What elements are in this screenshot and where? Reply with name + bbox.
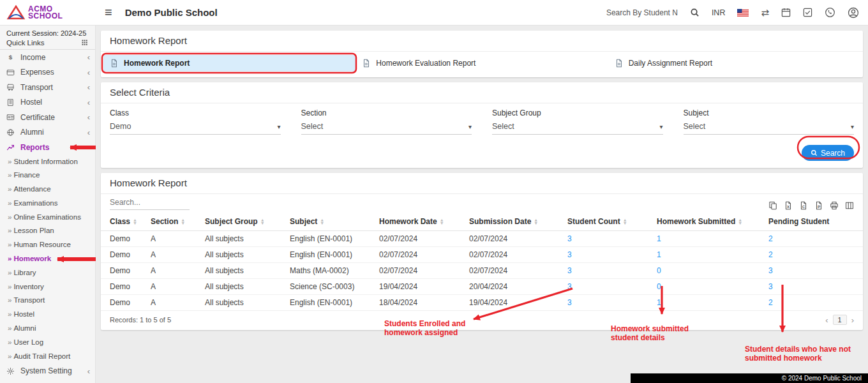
sidebar-item-income[interactable]: $Income‹ <box>0 50 95 65</box>
report-header-card: Homework Report Homework ReportHomework … <box>101 31 863 77</box>
tab-homework-evaluation-report[interactable]: Homework Evaluation Report <box>355 55 608 71</box>
table-cell-student-count[interactable]: 3 <box>562 279 652 295</box>
table-cell-student-count[interactable]: 3 <box>562 247 652 263</box>
search-button[interactable]: Search <box>802 145 854 161</box>
table-cell-pending-student[interactable]: 2 <box>763 231 863 247</box>
table-cell-section: A <box>146 263 200 279</box>
sidebar-subitem-hostel[interactable]: »Hostel <box>0 308 95 322</box>
sidebar-subitem-library[interactable]: »Library <box>0 266 95 280</box>
excel-icon[interactable]: X <box>784 201 793 210</box>
homework-table-body: DemoAAll subjectsEnglish (EN-0001)02/07/… <box>101 231 863 311</box>
search-icon[interactable] <box>690 8 700 17</box>
subject-select[interactable]: Select▾ <box>684 122 855 135</box>
prev-page-button[interactable]: ‹ <box>825 315 828 325</box>
field-label: Subject <box>684 109 855 117</box>
column-header-submission-date[interactable]: Submission Date <box>464 213 562 231</box>
sidebar-subitem-alumni[interactable]: »Alumni <box>0 322 95 336</box>
calendar-icon[interactable] <box>781 8 791 17</box>
sidebar-subitem-examinations[interactable]: »Examinations <box>0 197 95 211</box>
columns-icon[interactable] <box>845 201 854 210</box>
pdf-icon[interactable]: P <box>814 201 823 210</box>
column-header-section[interactable]: Section <box>146 213 200 231</box>
table-cell-student-count[interactable]: 3 <box>562 231 652 247</box>
current-page[interactable]: 1 <box>833 315 847 325</box>
sidebar-subitem-lesson-plan[interactable]: »Lesson Plan <box>0 224 95 238</box>
table-cell-submission-date: 02/07/2024 <box>464 231 562 247</box>
task-check-icon[interactable] <box>803 8 812 17</box>
sidebar-subitem-inventory[interactable]: »Inventory <box>0 280 95 294</box>
file-icon <box>110 59 119 68</box>
column-header-student-count[interactable]: Student Count <box>562 213 652 231</box>
column-header-class[interactable]: Class <box>101 213 146 231</box>
sidebar-item-expenses[interactable]: Expenses‹ <box>0 65 95 80</box>
sort-icon <box>181 219 185 225</box>
sidebar-subitem-student-information[interactable]: »Student Information <box>0 155 95 169</box>
sidebar-item-system-setting[interactable]: System Setting‹ <box>0 363 95 379</box>
column-header-subject-group[interactable]: Subject Group <box>200 213 285 231</box>
sidebar-item-label: Hostel <box>20 98 87 107</box>
table-cell-student-count[interactable]: 3 <box>562 263 652 279</box>
sidebar-item-reports[interactable]: Reports‹ <box>0 140 95 155</box>
print-icon[interactable] <box>830 201 839 210</box>
next-page-button[interactable]: › <box>851 315 854 325</box>
whatsapp-icon[interactable] <box>825 7 835 18</box>
hamburger-menu-icon[interactable]: ≡ <box>105 5 112 20</box>
class-select[interactable]: Demo▾ <box>110 122 281 135</box>
sidebar-item-transport[interactable]: Transport‹ <box>0 80 95 95</box>
report-table-card: Homework Report XCP ClassSectionSubject … <box>101 173 863 330</box>
table-row: DemoAAll subjectsEnglish (EN-0001)18/04/… <box>101 295 863 311</box>
currency-selector[interactable]: INR <box>712 8 726 17</box>
sidebar-subitem-homework[interactable]: »Homework <box>0 252 95 266</box>
profile-avatar-icon[interactable] <box>848 7 859 19</box>
table-cell-homework-submitted[interactable]: 1 <box>652 247 763 263</box>
sidebar-item-certificate[interactable]: Certificate‹ <box>0 110 95 125</box>
gear-icon <box>6 367 16 375</box>
table-row: DemoAAll subjectsEnglish (EN-0001)02/07/… <box>101 247 863 263</box>
sidebar-subitem-transport[interactable]: »Transport <box>0 294 95 308</box>
column-header-homework-date[interactable]: Homework Date <box>374 213 464 231</box>
table-cell-homework-submitted[interactable]: 1 <box>652 295 763 311</box>
table-cell-subject-group: All subjects <box>200 279 285 295</box>
column-header-pending-student: Pending Student <box>763 213 863 231</box>
table-cell-pending-student[interactable]: 2 <box>763 247 863 263</box>
tab-daily-assignment-report[interactable]: Daily Assignment Report <box>608 55 860 71</box>
double-arrow-icon: » <box>8 255 11 262</box>
column-header-homework-submitted[interactable]: Homework Submitted <box>652 213 763 231</box>
svg-text:$: $ <box>9 54 13 61</box>
language-flag-icon[interactable] <box>737 9 749 17</box>
table-cell-homework-submitted[interactable]: 0 <box>652 279 763 295</box>
sidebar-subitem-user-log[interactable]: »User Log <box>0 336 95 350</box>
double-arrow-icon: » <box>8 185 11 193</box>
grid-icon[interactable] <box>81 39 89 47</box>
app-logo[interactable]: ACMO SCHOOL <box>0 5 96 20</box>
sidebar-subitem-human-resource[interactable]: »Human Resource <box>0 238 95 252</box>
chevron-down-icon: ▾ <box>277 123 280 130</box>
section-select[interactable]: Select▾ <box>301 122 472 135</box>
sidebar-subitem-online-examinations[interactable]: »Online Examinations <box>0 211 95 225</box>
sidebar-subitem-attendance[interactable]: »Attendance <box>0 183 95 197</box>
student-search-input[interactable] <box>606 8 678 17</box>
table-cell-homework-submitted[interactable]: 0 <box>652 263 763 279</box>
table-cell-pending-student[interactable]: 2 <box>763 295 863 311</box>
table-cell-homework-submitted[interactable]: 1 <box>652 231 763 247</box>
sidebar-subitem-audit-trail-report[interactable]: »Audit Trail Report <box>0 350 95 364</box>
bus-icon <box>6 83 16 91</box>
criteria-fields: ClassDemo▾SectionSelect▾Subject GroupSel… <box>101 103 863 139</box>
table-cell-subject: Science (SC-0003) <box>285 279 374 295</box>
tab-homework-report[interactable]: Homework Report <box>103 55 355 71</box>
session-label: Current Session: 2024-25 <box>0 26 95 37</box>
csv-icon[interactable]: C <box>799 201 808 210</box>
table-cell-pending-student[interactable]: 3 <box>763 263 863 279</box>
column-header-subject[interactable]: Subject <box>285 213 374 231</box>
sidebar-item-hostel[interactable]: Hostel‹ <box>0 95 95 110</box>
table-cell-pending-student[interactable]: 3 <box>763 279 863 295</box>
copy-icon[interactable] <box>768 201 777 210</box>
table-search-input[interactable] <box>110 198 190 210</box>
table-cell-student-count[interactable]: 3 <box>562 295 652 311</box>
subject-group-select[interactable]: Select▾ <box>492 122 663 135</box>
criteria-field-subject-group: Subject GroupSelect▾ <box>492 109 663 135</box>
sidebar-subitem-finance[interactable]: »Finance <box>0 169 95 183</box>
quick-links[interactable]: Quick Links <box>0 37 95 50</box>
swap-icon[interactable]: ⇄ <box>761 8 769 17</box>
sidebar-item-alumni[interactable]: Alumni‹ <box>0 125 95 140</box>
